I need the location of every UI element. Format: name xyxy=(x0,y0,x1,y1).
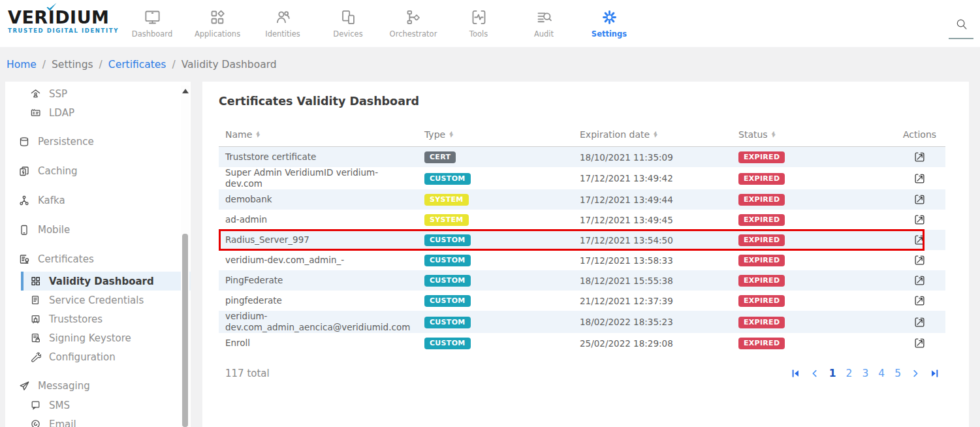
nav-item-audit[interactable]: Audit xyxy=(511,0,577,47)
sidebar-item-validity-dashboard[interactable]: Validity Dashboard xyxy=(21,272,191,291)
audit-icon xyxy=(535,8,553,26)
sidebar-item-messaging[interactable]: Messaging xyxy=(5,376,191,396)
open-certificate-action[interactable] xyxy=(913,254,926,266)
ldap-icon xyxy=(30,107,41,118)
nav-label: Settings xyxy=(592,29,627,39)
open-certificate-action[interactable] xyxy=(913,337,926,349)
search-button[interactable] xyxy=(949,17,975,39)
sidebar-item-service-credentials[interactable]: Service Credentials xyxy=(5,291,191,309)
status-badge: EXPIRED xyxy=(738,151,785,163)
page-first-button[interactable] xyxy=(791,369,800,378)
actions-cell xyxy=(900,193,939,206)
breadcrumb-separator: / xyxy=(42,59,46,71)
actions-cell xyxy=(900,294,939,307)
ssp-icon xyxy=(30,88,41,99)
nav-item-tools[interactable]: Tools xyxy=(446,0,511,47)
page-number-4[interactable]: 4 xyxy=(878,368,885,379)
status-cell: EXPIRED xyxy=(738,172,900,185)
actions-cell xyxy=(900,316,939,328)
sidebar-item-certificates[interactable]: Certificates xyxy=(5,249,191,269)
expiration-date: 17/12/2021 13:58:33 xyxy=(580,255,738,266)
expiration-date: 17/12/2021 13:49:45 xyxy=(580,215,738,225)
page-first-icon xyxy=(791,369,800,378)
page-last-button[interactable] xyxy=(930,369,939,378)
type-badge: CUSTOM xyxy=(424,275,471,287)
sidebar-item-email[interactable]: Email xyxy=(5,415,191,427)
breadcrumb-certificates[interactable]: Certificates xyxy=(108,59,166,71)
column-header-status[interactable]: Status▲▼ xyxy=(738,129,900,140)
sidebar-item-signing-keystore[interactable]: Signing Keystore xyxy=(5,328,191,347)
open-certificate-action[interactable] xyxy=(913,151,926,163)
pagination: 12345 xyxy=(791,368,939,379)
sidebar-item-label: Truststores xyxy=(49,313,103,325)
status-badge: EXPIRED xyxy=(738,295,785,307)
monitor-icon xyxy=(144,8,161,26)
type-badge: CUSTOM xyxy=(424,295,471,307)
type-badge: CUSTOM xyxy=(424,317,471,328)
open-certificate-action[interactable] xyxy=(913,172,926,185)
search-icon xyxy=(955,17,969,31)
certificate-name: demobank xyxy=(225,194,424,205)
sidebar-scrollbar[interactable] xyxy=(181,86,189,427)
nav-item-orchestrator[interactable]: Orchestrator xyxy=(381,0,446,47)
page-number-2[interactable]: 2 xyxy=(846,368,853,379)
breadcrumb-home[interactable]: Home xyxy=(7,59,37,71)
certificate-icon xyxy=(18,253,30,265)
scrollbar-up-arrow[interactable] xyxy=(182,89,189,93)
sidebar-item-label: Persistence xyxy=(38,136,94,148)
page-number-3[interactable]: 3 xyxy=(862,368,868,379)
column-label: Name xyxy=(225,129,252,140)
open-certificate-action[interactable] xyxy=(913,294,926,307)
status-cell: EXPIRED xyxy=(738,274,900,287)
status-badge: EXPIRED xyxy=(738,173,785,185)
wrench-icon xyxy=(30,351,41,362)
status-cell: EXPIRED xyxy=(738,254,900,266)
sidebar-item-kafka[interactable]: Kafka xyxy=(5,191,191,210)
keystore-icon xyxy=(30,332,41,343)
page-next-button[interactable] xyxy=(911,369,920,378)
sidebar-item-configuration[interactable]: Configuration xyxy=(5,347,191,366)
nav-item-identities[interactable]: Identities xyxy=(250,0,315,47)
sidebar-item-label: LDAP xyxy=(49,107,74,119)
open-certificate-action[interactable] xyxy=(913,274,926,287)
page-number-1[interactable]: 1 xyxy=(829,368,836,379)
certificates-table: Name▲▼Type▲▼Expiration date▲▼Status▲▼Act… xyxy=(219,122,945,353)
scrollbar-thumb[interactable] xyxy=(182,234,188,427)
nav-item-dashboard[interactable]: Dashboard xyxy=(119,0,185,47)
veridium-logo[interactable]: VERIDIUM TRUSTED DIGITAL IDENTITY xyxy=(8,8,119,34)
status-badge: EXPIRED xyxy=(738,194,785,206)
table-row: Truststore certificateCERT18/10/2021 11:… xyxy=(219,147,945,167)
column-header-type[interactable]: Type▲▼ xyxy=(424,129,580,140)
main-panel: Certificates Validity Dashboard Name▲▼Ty… xyxy=(202,82,969,427)
column-header-expiration-date[interactable]: Expiration date▲▼ xyxy=(580,129,738,140)
column-header-name[interactable]: Name▲▼ xyxy=(225,129,424,140)
sidebar-item-ssp[interactable]: SSP xyxy=(5,84,191,103)
open-certificate-action[interactable] xyxy=(913,234,926,246)
page-next-icon xyxy=(911,369,920,378)
type-badge: CUSTOM xyxy=(424,338,471,349)
sidebar-item-caching[interactable]: Caching xyxy=(5,161,191,181)
certificate-type-cell: CUSTOM xyxy=(424,316,580,328)
sidebar-item-persistence[interactable]: Persistence xyxy=(5,132,191,151)
open-certificate-action[interactable] xyxy=(913,214,926,226)
sidebar-item-ldap[interactable]: LDAP xyxy=(5,103,191,122)
page-number-5[interactable]: 5 xyxy=(894,368,901,379)
open-certificate-action[interactable] xyxy=(913,316,926,328)
sidebar-item-mobile[interactable]: Mobile xyxy=(5,220,191,240)
safe-icon xyxy=(30,313,41,324)
mobile-icon xyxy=(18,224,30,236)
sidebar-item-truststores[interactable]: Truststores xyxy=(5,309,191,328)
nav-item-settings[interactable]: Settings xyxy=(577,0,642,47)
certificate-type-cell: CUSTOM xyxy=(424,337,580,349)
page-prev-button[interactable] xyxy=(810,369,819,378)
sidebar-item-sms[interactable]: SMS xyxy=(5,396,191,415)
table-footer: 117 total 12345 xyxy=(219,368,945,379)
column-label: Actions xyxy=(903,129,936,140)
nav-label: Devices xyxy=(333,29,362,39)
sort-icon: ▲▼ xyxy=(654,131,657,138)
sort-icon: ▲▼ xyxy=(772,131,775,138)
breadcrumb: Home/Settings/Certificates/Validity Dash… xyxy=(0,47,980,82)
nav-item-devices[interactable]: Devices xyxy=(315,0,381,47)
open-certificate-action[interactable] xyxy=(913,193,926,206)
nav-item-applications[interactable]: Applications xyxy=(185,0,250,47)
